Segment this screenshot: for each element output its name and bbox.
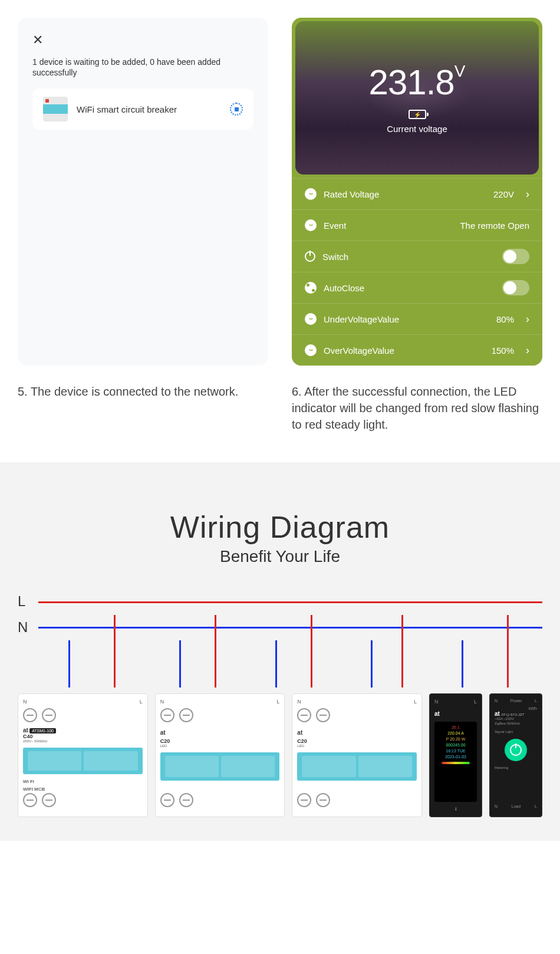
breaker-switch <box>23 748 143 774</box>
captions-row: 5. The device is connected to the networ… <box>0 383 560 462</box>
row-event[interactable]: Event The remote Open <box>292 209 542 241</box>
setup-steps-section: ✕ 1 device is waiting to be added, 0 hav… <box>0 0 560 383</box>
waiting-status-text: 1 device is waiting to be added, 0 have … <box>32 57 253 78</box>
face-icon <box>305 344 317 356</box>
breaker-c20-a: NL at C20 LED <box>155 693 285 817</box>
battery-icon: ⚡ <box>409 110 426 119</box>
close-icon[interactable]: ✕ <box>32 32 253 48</box>
device-pending-card[interactable]: WiFi smart circuit breaker <box>32 88 253 130</box>
event-label: Event <box>324 221 453 231</box>
power-icon <box>305 251 315 262</box>
step-6-column: 231.8V ⚡ Current voltage Rated Voltage 2… <box>292 18 542 366</box>
wiring-diagram-section: Wiring Diagram Benefit Your Life L N NL … <box>0 462 560 841</box>
breaker-display-meter: NL at 26.1 220.04 A P 20.20 W 000245.00 … <box>429 693 482 817</box>
meter-screen: 26.1 220.04 A P 20.20 W 000245.00 18:13 … <box>434 722 477 802</box>
live-wire <box>38 601 542 603</box>
face-icon <box>305 188 317 200</box>
voltage-label: Current voltage <box>387 124 447 134</box>
app-screen-adding-device: ✕ 1 device is waiting to be added, 0 hav… <box>18 18 268 366</box>
breaker-wifi-mcb: NL at ATSM1-100 C40 230V~ 50/60Hz Wi Fi … <box>18 693 148 817</box>
overvoltage-label: OverVoltageValue <box>324 346 485 356</box>
device-thumbnail <box>43 97 68 121</box>
row-undervoltage[interactable]: UnderVoltageValue 80% › <box>292 303 542 334</box>
row-switch: Switch <box>292 241 542 272</box>
loading-spinner-icon <box>230 103 243 116</box>
row-autoclose: AutoClose <box>292 272 542 303</box>
chevron-right-icon: › <box>526 188 529 200</box>
wiring-subtitle: Benefit Your Life <box>18 547 542 566</box>
breaker-c20-b: NL at C20 LED <box>292 693 422 817</box>
rated-voltage-value: 220V <box>493 189 514 199</box>
chevron-right-icon: › <box>526 313 529 325</box>
breaker-zigbee-meter: NPowerL kWh at AT-Q-SY2-JZT ~63A ~230V Z… <box>489 693 542 817</box>
app-screen-voltage-panel: 231.8V ⚡ Current voltage Rated Voltage 2… <box>292 18 542 366</box>
voltage-display: 231.8V ⚡ Current voltage <box>295 21 539 175</box>
caption-step-5: 5. The device is connected to the networ… <box>18 383 268 433</box>
switch-label: Switch <box>322 252 495 262</box>
row-overvoltage[interactable]: OverVoltageValue 150% › <box>292 334 542 366</box>
event-value: The remote Open <box>460 221 529 231</box>
chevron-right-icon: › <box>526 344 529 357</box>
device-name-label: WiFi smart circuit breaker <box>77 104 221 114</box>
settings-list: Rated Voltage 220V › Event The remote Op… <box>292 178 542 366</box>
vertical-wires <box>38 640 542 687</box>
row-rated-voltage[interactable]: Rated Voltage 220V › <box>292 178 542 209</box>
autoclose-toggle[interactable] <box>502 280 529 295</box>
face-icon <box>305 313 317 325</box>
undervoltage-value: 80% <box>496 314 514 324</box>
wire-label-neutral: N <box>18 619 28 636</box>
rated-voltage-label: Rated Voltage <box>324 189 486 199</box>
power-button-icon <box>505 739 527 761</box>
wiring-title: Wiring Diagram <box>18 509 542 545</box>
switch-toggle[interactable] <box>502 249 529 264</box>
overvoltage-value: 150% <box>492 346 514 356</box>
caption-step-6: 6. After the successful connection, the … <box>292 383 542 433</box>
horizontal-wires: L N <box>18 601 542 629</box>
voltage-value: 231.8V <box>369 62 466 103</box>
face-icon <box>305 219 317 231</box>
breaker-switch <box>297 752 417 781</box>
breaker-switch <box>160 752 280 781</box>
breaker-devices-row: NL at ATSM1-100 C40 230V~ 50/60Hz Wi Fi … <box>18 687 542 817</box>
autoclose-label: AutoClose <box>324 283 495 293</box>
wire-label-live: L <box>18 593 25 610</box>
undervoltage-label: UnderVoltageValue <box>324 314 489 324</box>
autoclose-icon <box>305 282 317 294</box>
step-5-column: ✕ 1 device is waiting to be added, 0 hav… <box>18 18 268 366</box>
